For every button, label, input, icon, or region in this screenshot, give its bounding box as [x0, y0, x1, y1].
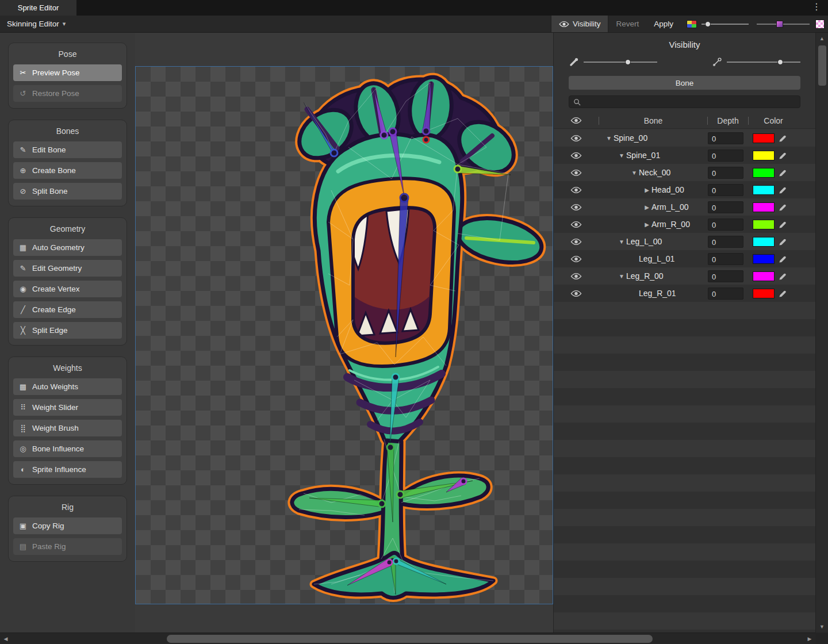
eyedropper-icon[interactable] — [779, 203, 787, 212]
bone-color-swatch[interactable] — [753, 237, 775, 247]
foldout-arrow[interactable]: ▼ — [630, 170, 639, 176]
vertical-scrollbar[interactable]: ▲ ▼ — [815, 33, 828, 632]
kebab-menu-icon[interactable]: ⋮ — [812, 2, 821, 12]
auto-geometry-button[interactable]: ▦ Auto Geometry — [13, 239, 122, 256]
visibility-toggle-button[interactable]: Visibility — [551, 16, 609, 32]
eyedropper-icon[interactable] — [779, 272, 787, 281]
foldout-arrow[interactable]: ▼ — [617, 273, 626, 279]
copy-rig-button[interactable]: ▣ Copy Rig — [13, 518, 122, 534]
sprite-influence-button[interactable]: ◐ Sprite Influence — [13, 461, 122, 478]
bone-color-swatch[interactable] — [753, 220, 775, 229]
eyedropper-icon[interactable] — [779, 151, 787, 160]
bone-row-leg-l-00[interactable]: ▼ Leg_L_00 0 — [554, 233, 815, 250]
preview-pose-button[interactable]: ✂ Preview Pose — [13, 64, 122, 81]
scroll-up-icon[interactable]: ▲ — [816, 33, 828, 44]
eye-icon[interactable] — [570, 221, 582, 228]
eyedropper-icon[interactable] — [779, 237, 787, 246]
bone-opacity-slider[interactable] — [727, 59, 800, 66]
eye-icon[interactable] — [570, 135, 582, 142]
sprite-alpha-slider[interactable] — [702, 16, 749, 32]
depth-input[interactable]: 0 — [708, 167, 743, 179]
slider-handle[interactable] — [625, 59, 631, 65]
horizontal-scroll-thumb[interactable] — [167, 635, 653, 643]
eye-icon[interactable] — [570, 290, 582, 297]
depth-input[interactable]: 0 — [708, 150, 743, 162]
depth-input[interactable]: 0 — [708, 218, 743, 231]
texture-bounds[interactable] — [135, 66, 553, 604]
split-edge-button[interactable]: ╳ Split Edge — [13, 322, 122, 339]
eyedropper-icon[interactable] — [779, 134, 787, 143]
foldout-arrow[interactable]: ▼ — [617, 152, 626, 159]
bone-color-swatch[interactable] — [753, 133, 775, 143]
bone-row-leg-l-01[interactable]: Leg_L_01 0 — [554, 250, 815, 267]
color-palette-icon[interactable] — [687, 20, 697, 28]
scroll-left-icon[interactable]: ◀ — [0, 633, 12, 644]
weight-color-slider[interactable] — [757, 16, 810, 32]
weight-slider-button[interactable]: ⠿ Weight Slider — [13, 399, 122, 416]
vertical-scroll-thumb[interactable] — [818, 45, 826, 86]
bone-influence-button[interactable]: ◎ Bone Influence — [13, 440, 122, 457]
depth-input[interactable]: 0 — [708, 201, 743, 213]
eye-icon[interactable] — [570, 238, 582, 246]
eye-icon[interactable] — [570, 273, 582, 280]
create-bone-button[interactable]: ⊕ Create Bone — [13, 162, 122, 179]
create-edge-button[interactable]: ╱ Create Edge — [13, 301, 122, 318]
eye-icon[interactable] — [570, 169, 582, 177]
bone-color-swatch[interactable] — [753, 254, 775, 264]
texture-checker-icon[interactable] — [815, 20, 825, 29]
weight-brush-button[interactable]: ⣿ Weight Brush — [13, 420, 122, 436]
foldout-arrow[interactable]: ▶ — [642, 187, 651, 193]
depth-input[interactable]: 0 — [708, 270, 743, 282]
gradient-handle[interactable] — [776, 21, 783, 28]
eye-icon[interactable] — [570, 186, 582, 194]
scroll-right-icon[interactable]: ▶ — [804, 633, 815, 644]
auto-weights-button[interactable]: ▩ Auto Weights — [13, 378, 122, 395]
bone-size-slider[interactable] — [584, 59, 657, 66]
eyedropper-icon[interactable] — [779, 168, 787, 177]
bone-row-leg-r-01[interactable]: Leg_R_01 0 — [554, 285, 815, 302]
eyedropper-icon[interactable] — [779, 255, 787, 263]
depth-input[interactable]: 0 — [708, 288, 743, 300]
eye-icon[interactable] — [570, 255, 582, 263]
eyedropper-icon[interactable] — [779, 186, 787, 194]
sprite-editor-tab[interactable]: Sprite Editor — [0, 0, 76, 16]
depth-input[interactable]: 0 — [708, 236, 743, 248]
foldout-arrow[interactable]: ▶ — [642, 221, 651, 228]
bone-row-spine-01[interactable]: ▼ Spine_01 0 — [554, 147, 815, 164]
bone-color-swatch[interactable] — [753, 271, 775, 281]
eye-icon[interactable] — [570, 152, 582, 159]
sprite-canvas[interactable] — [135, 33, 553, 632]
bone-row-neck-00[interactable]: ▼ Neck_00 0 — [554, 164, 815, 181]
bone-color-swatch[interactable] — [753, 151, 775, 160]
apply-button[interactable]: Apply — [646, 16, 681, 32]
create-vertex-button[interactable]: ◉ Create Vertex — [13, 281, 122, 297]
slider-handle[interactable] — [705, 21, 711, 27]
scroll-down-icon[interactable]: ▼ — [816, 621, 828, 632]
horizontal-scrollbar[interactable]: ◀ ▶ — [0, 632, 828, 644]
bone-color-swatch[interactable] — [753, 168, 775, 178]
bone-search-field[interactable] — [569, 95, 800, 108]
bone-row-arm-r-00[interactable]: ▶ Arm_R_00 0 — [554, 216, 815, 233]
foldout-arrow[interactable]: ▼ — [617, 239, 626, 245]
depth-input[interactable]: 0 — [708, 184, 743, 196]
eye-icon[interactable] — [570, 204, 582, 211]
foldout-arrow[interactable]: ▶ — [642, 204, 651, 210]
search-input[interactable] — [584, 98, 796, 106]
slider-handle[interactable] — [777, 59, 783, 65]
foldout-arrow[interactable]: ▼ — [604, 135, 614, 141]
bone-color-swatch[interactable] — [753, 202, 775, 212]
eyedropper-icon[interactable] — [779, 220, 787, 229]
depth-input[interactable]: 0 — [708, 253, 743, 265]
eyedropper-icon[interactable] — [779, 289, 787, 298]
editor-mode-dropdown[interactable]: Skinning Editor ▾ — [0, 16, 72, 32]
revert-button[interactable]: Revert — [608, 16, 646, 32]
depth-input[interactable]: 0 — [708, 132, 743, 144]
edit-bone-button[interactable]: ✎ Edit Bone — [13, 141, 122, 158]
split-bone-button[interactable]: ⊘ Split Bone — [13, 183, 122, 200]
bone-color-swatch[interactable] — [753, 185, 775, 195]
bone-row-arm-l-00[interactable]: ▶ Arm_L_00 0 — [554, 198, 815, 216]
bone-row-head-00[interactable]: ▶ Head_00 0 — [554, 181, 815, 198]
edit-geometry-button[interactable]: ✎ Edit Geometry — [13, 260, 122, 277]
bone-color-swatch[interactable] — [753, 289, 775, 298]
paste-rig-button[interactable]: ▤ Paste Rig — [13, 538, 122, 555]
